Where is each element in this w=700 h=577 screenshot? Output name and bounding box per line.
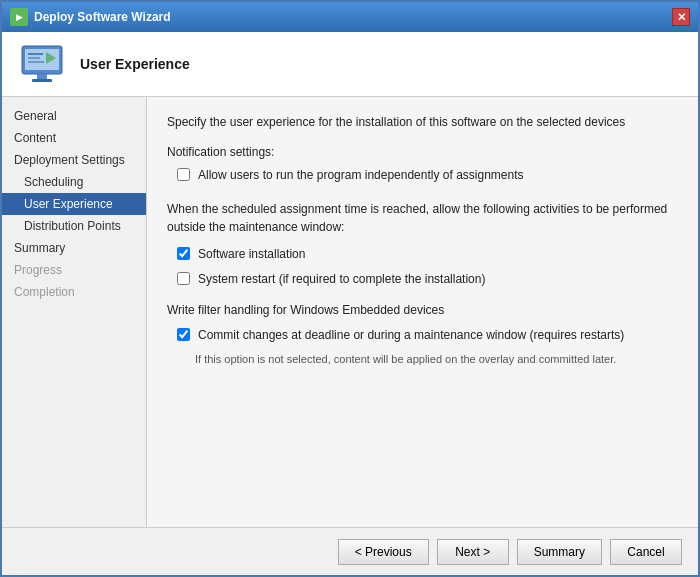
content-area: Specify the user experience for the inst…	[147, 97, 698, 527]
note-text: If this option is not selected, content …	[195, 352, 678, 367]
close-button[interactable]: ✕	[672, 8, 690, 26]
summary-button[interactable]: Summary	[517, 539, 602, 565]
title-bar-left: Deploy Software Wizard	[10, 8, 171, 26]
previous-button[interactable]: < Previous	[338, 539, 429, 565]
checkbox3-row: System restart (if required to complete …	[167, 271, 678, 288]
next-button[interactable]: Next >	[437, 539, 509, 565]
checkbox4-commit-changes[interactable]	[177, 328, 190, 341]
checkbox2-label[interactable]: Software installation	[198, 246, 305, 263]
checkbox4-row: Commit changes at deadline or during a m…	[167, 327, 678, 344]
checkbox3-label[interactable]: System restart (if required to complete …	[198, 271, 485, 288]
sidebar-item-user-experience[interactable]: User Experience	[2, 193, 146, 215]
sidebar-item-general[interactable]: General	[2, 105, 146, 127]
sidebar-item-deployment-settings[interactable]: Deployment Settings	[2, 149, 146, 171]
deploy-wizard-window: Deploy Software Wizard ✕ User Experience	[0, 0, 700, 577]
write-filter-text: Write filter handling for Windows Embedd…	[167, 303, 678, 317]
checkbox1-label[interactable]: Allow users to run the program independe…	[198, 167, 524, 184]
sidebar-item-scheduling[interactable]: Scheduling	[2, 171, 146, 193]
checkbox4-label[interactable]: Commit changes at deadline or during a m…	[198, 327, 624, 344]
maintenance-text: When the scheduled assignment time is re…	[167, 200, 678, 236]
sidebar-item-distribution-points[interactable]: Distribution Points	[2, 215, 146, 237]
sidebar-item-summary[interactable]: Summary	[2, 237, 146, 259]
wizard-title-icon	[10, 8, 28, 26]
main-area: General Content Deployment Settings Sche…	[2, 97, 698, 527]
notification-label: Notification settings:	[167, 145, 678, 159]
window-title: Deploy Software Wizard	[34, 10, 171, 24]
checkbox1-row: Allow users to run the program independe…	[167, 167, 678, 184]
sidebar-item-progress: Progress	[2, 259, 146, 281]
header-area: User Experience	[2, 32, 698, 97]
checkbox2-software-installation[interactable]	[177, 247, 190, 260]
header-title: User Experience	[80, 56, 190, 72]
content-description: Specify the user experience for the inst…	[167, 113, 678, 131]
footer: < Previous Next > Summary Cancel	[2, 527, 698, 575]
title-bar: Deploy Software Wizard ✕	[2, 2, 698, 32]
svg-rect-6	[32, 79, 52, 82]
svg-rect-1	[25, 49, 59, 70]
sidebar: General Content Deployment Settings Sche…	[2, 97, 147, 527]
sidebar-item-completion: Completion	[2, 281, 146, 303]
checkbox1-allow-independent[interactable]	[177, 168, 190, 181]
cancel-button[interactable]: Cancel	[610, 539, 682, 565]
svg-rect-5	[37, 74, 47, 79]
header-icon	[18, 40, 66, 88]
checkbox3-system-restart[interactable]	[177, 272, 190, 285]
sidebar-item-content[interactable]: Content	[2, 127, 146, 149]
checkbox2-row: Software installation	[167, 246, 678, 263]
